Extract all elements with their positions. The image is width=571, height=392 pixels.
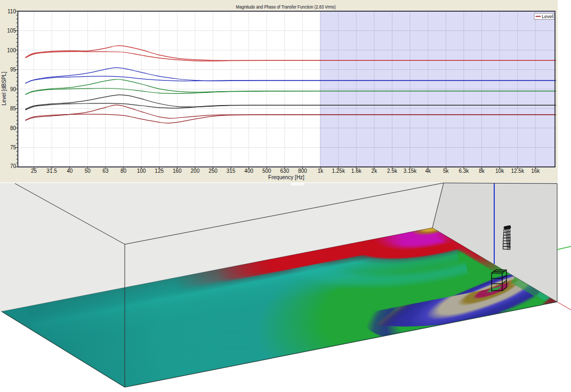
svg-text:200: 200 bbox=[191, 168, 200, 174]
svg-text:500: 500 bbox=[262, 168, 271, 174]
svg-text:80: 80 bbox=[120, 168, 127, 174]
svg-text:10k: 10k bbox=[495, 168, 504, 174]
svg-text:400: 400 bbox=[244, 168, 253, 174]
svg-text:125: 125 bbox=[155, 168, 164, 174]
svg-text:2.5k: 2.5k bbox=[387, 168, 398, 174]
svg-text:80: 80 bbox=[10, 125, 17, 131]
svg-text:70: 70 bbox=[10, 163, 17, 169]
svg-text:90: 90 bbox=[10, 86, 17, 92]
svg-text:Magnitude and Phase of Transfe: Magnitude and Phase of Transfer Function… bbox=[236, 4, 336, 10]
svg-text:95: 95 bbox=[10, 67, 17, 73]
svg-text:110: 110 bbox=[7, 9, 16, 14]
svg-text:Frequency [Hz]: Frequency [Hz] bbox=[268, 174, 304, 180]
svg-text:2k: 2k bbox=[372, 168, 378, 174]
svg-text:8k: 8k bbox=[479, 168, 485, 174]
svg-text:1.25k: 1.25k bbox=[332, 168, 345, 174]
svg-text:63: 63 bbox=[102, 168, 109, 174]
svg-text:6.3k: 6.3k bbox=[459, 168, 469, 174]
svg-text:160: 160 bbox=[173, 168, 182, 174]
svg-text:Level [dBSPL]: Level [dBSPL] bbox=[1, 71, 7, 106]
svg-text:5k: 5k bbox=[443, 168, 449, 174]
svg-text:3.15k: 3.15k bbox=[404, 168, 417, 174]
svg-text:630: 630 bbox=[280, 168, 289, 174]
svg-text:315: 315 bbox=[227, 168, 236, 174]
svg-text:12.5k: 12.5k bbox=[511, 168, 524, 174]
svg-text:50: 50 bbox=[85, 168, 91, 174]
svg-text:1k: 1k bbox=[318, 168, 324, 174]
svg-text:105: 105 bbox=[7, 28, 16, 34]
svg-text:100: 100 bbox=[7, 47, 16, 53]
svg-text:100: 100 bbox=[137, 168, 146, 174]
svg-text:4k: 4k bbox=[425, 168, 431, 174]
svg-text:Level: Level bbox=[542, 14, 553, 19]
svg-text:75: 75 bbox=[10, 145, 17, 150]
svg-text:800: 800 bbox=[298, 168, 307, 174]
svg-text:250: 250 bbox=[208, 168, 218, 174]
svg-text:85: 85 bbox=[10, 106, 17, 111]
svg-text:31.5: 31.5 bbox=[46, 168, 57, 174]
svg-text:40: 40 bbox=[67, 168, 73, 174]
svg-text:16k: 16k bbox=[531, 168, 540, 174]
svg-text:25: 25 bbox=[31, 168, 37, 174]
svg-text:1.6k: 1.6k bbox=[351, 168, 362, 174]
